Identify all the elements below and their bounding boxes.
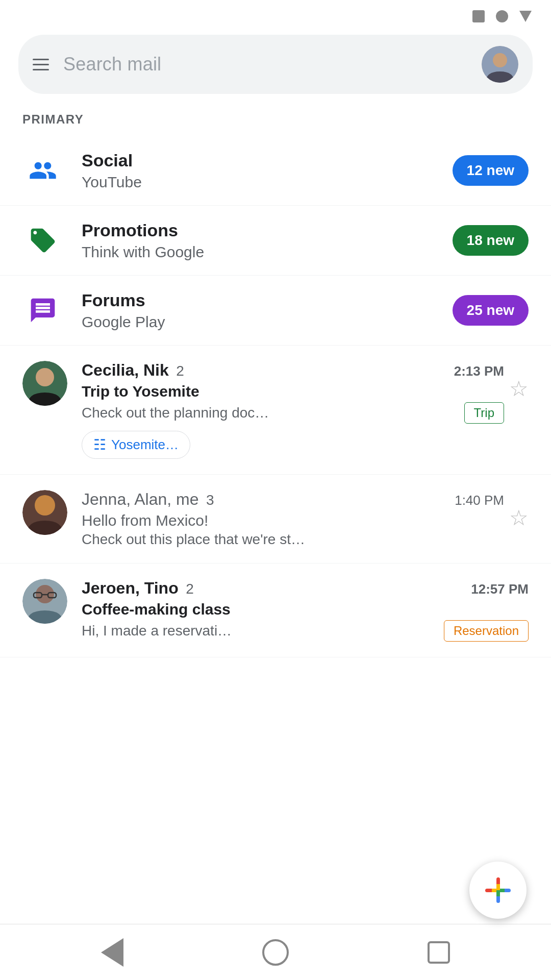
svg-point-3 — [36, 368, 54, 386]
email-count-jenna: 3 — [206, 492, 214, 508]
email-row-jeroen[interactable]: Jeroen, Tino 2 12:57 PM Coffee-making cl… — [0, 564, 551, 657]
category-social[interactable]: Social YouTube 12 new — [0, 136, 551, 206]
circle-icon — [495, 9, 509, 23]
email-time-cecilia: 2:13 PM — [454, 363, 504, 379]
back-icon — [101, 938, 123, 967]
avatar-jenna — [22, 490, 67, 535]
email-time-jenna: 1:40 PM — [455, 493, 504, 508]
email-preview-row-jenna: Check out this place that we're st… — [82, 531, 504, 548]
status-bar — [0, 0, 551, 29]
back-button[interactable] — [92, 932, 133, 973]
section-label: PRIMARY — [0, 94, 551, 136]
star-button-cecilia[interactable]: ☆ — [509, 376, 529, 401]
promotions-title: Promotions — [82, 220, 453, 240]
promotions-subtitle: Think with Google — [82, 243, 453, 261]
email-time-jeroen: 12:57 PM — [471, 581, 529, 597]
email-content-jeroen: Jeroen, Tino 2 12:57 PM Coffee-making cl… — [82, 579, 529, 642]
attachment-chip-text: Yosemite… — [111, 437, 179, 453]
svg-point-1 — [493, 53, 507, 67]
email-subject-jenna: Hello from Mexico! — [82, 512, 504, 529]
email-header-jeroen: Jeroen, Tino 2 12:57 PM — [82, 579, 529, 598]
home-icon — [262, 939, 289, 966]
social-subtitle: YouTube — [82, 174, 453, 191]
avatar-jeroen — [22, 579, 67, 624]
email-sender-jeroen-wrap: Jeroen, Tino 2 — [82, 579, 194, 598]
email-subject-jeroen: Coffee-making class — [82, 601, 529, 618]
email-count-jeroen: 2 — [186, 581, 194, 597]
forums-subtitle: Google Play — [82, 313, 453, 331]
email-content-jenna: Jenna, Alan, me 3 1:40 PM Hello from Mex… — [82, 490, 504, 548]
menu-icon[interactable] — [33, 59, 49, 70]
social-title: Social — [82, 151, 453, 170]
svg-point-5 — [35, 495, 55, 516]
compose-fab[interactable] — [469, 862, 527, 919]
attachment-chip-cecilia[interactable]: ☷ Yosemite… — [82, 431, 190, 459]
email-row-cecilia[interactable]: Cecilia, Nik 2 2:13 PM Trip to Yosemite … — [0, 346, 551, 475]
home-button[interactable] — [255, 932, 296, 973]
email-tag-trip: Trip — [464, 402, 504, 424]
email-sender-jenna: Jenna, Alan, me — [82, 490, 198, 508]
email-row-jenna[interactable]: Jenna, Alan, me 3 1:40 PM Hello from Mex… — [0, 475, 551, 564]
recents-button[interactable] — [418, 932, 459, 973]
avatar[interactable] — [482, 46, 518, 83]
forums-icon — [22, 290, 63, 331]
triangle-icon — [518, 9, 533, 23]
star-button-jenna[interactable]: ☆ — [509, 505, 529, 530]
email-preview-cecilia: Check out the planning doc… — [82, 405, 456, 421]
promotions-icon — [22, 220, 63, 261]
search-bar[interactable]: Search mail — [18, 35, 533, 94]
email-tag-reservation: Reservation — [444, 620, 529, 642]
email-content-cecilia: Cecilia, Nik 2 2:13 PM Trip to Yosemite … — [82, 361, 504, 459]
social-info: Social YouTube — [82, 151, 453, 191]
email-preview-jeroen: Hi, I made a reservati… — [82, 623, 436, 639]
bottom-nav — [0, 924, 551, 980]
email-header-cecilia: Cecilia, Nik 2 2:13 PM — [82, 361, 504, 380]
search-input[interactable]: Search mail — [63, 54, 467, 75]
email-header-jenna: Jenna, Alan, me 3 1:40 PM — [82, 490, 504, 509]
category-forums[interactable]: Forums Google Play 25 new — [0, 276, 551, 346]
email-preview-jenna: Check out this place that we're st… — [82, 531, 504, 548]
forums-badge: 25 new — [453, 295, 529, 326]
email-subject-cecilia: Trip to Yosemite — [82, 383, 504, 400]
recents-icon — [428, 941, 450, 964]
email-sender-jeroen: Jeroen, Tino — [82, 579, 179, 597]
email-sender-jenna-wrap: Jenna, Alan, me 3 — [82, 490, 214, 509]
forums-info: Forums Google Play — [82, 290, 453, 331]
promotions-info: Promotions Think with Google — [82, 220, 453, 261]
compose-plus-icon — [485, 877, 511, 903]
promotions-badge: 18 new — [453, 225, 529, 256]
email-preview-row-cecilia: Check out the planning doc… Trip — [82, 402, 504, 424]
social-badge: 12 new — [453, 155, 529, 186]
forums-title: Forums — [82, 290, 453, 310]
square-icon — [471, 9, 486, 23]
attachment-doc-icon: ☷ — [93, 436, 106, 453]
social-icon — [22, 150, 63, 191]
avatar-cecilia — [22, 361, 67, 406]
category-promotions[interactable]: Promotions Think with Google 18 new — [0, 206, 551, 276]
email-preview-row-jeroen: Hi, I made a reservati… Reservation — [82, 620, 529, 642]
email-sender-cecilia: Cecilia, Nik 2 — [82, 361, 184, 380]
